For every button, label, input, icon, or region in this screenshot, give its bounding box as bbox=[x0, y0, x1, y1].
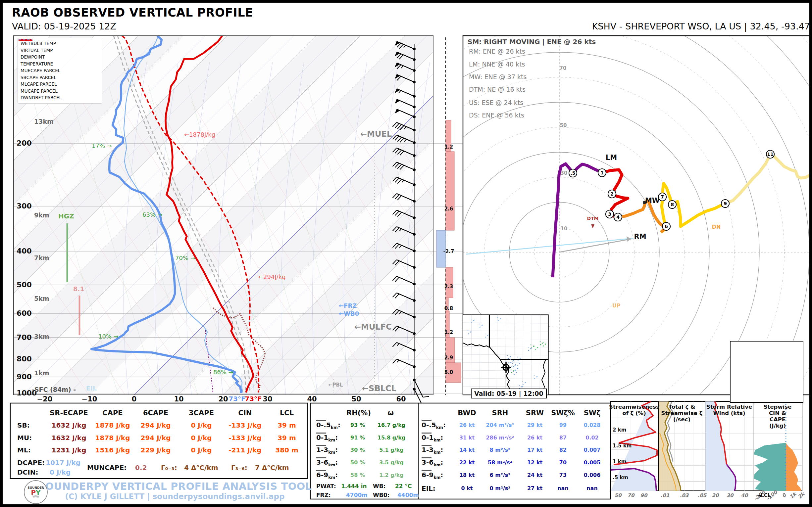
annotation-hgz: HGZ bbox=[58, 213, 74, 220]
rh-value: 58 % bbox=[350, 472, 365, 478]
thermo-header: 6CAPE bbox=[143, 409, 168, 417]
temp-tick: 20 bbox=[218, 395, 228, 403]
storm-motion-row: LM: NNE @ 40 kts bbox=[469, 61, 525, 68]
mini-tick: .03 bbox=[680, 493, 689, 498]
thermo-value: -133 J/kg bbox=[229, 435, 261, 442]
shear-value: 0 m²/s² bbox=[490, 486, 511, 492]
legend-item: SBCAPE PARCEL bbox=[20, 74, 99, 81]
legend-label: TEMPERATURE bbox=[20, 61, 53, 66]
shear-value: 24 kt bbox=[527, 472, 543, 478]
storm-motion-row: DS: ENE @ 56 kts bbox=[469, 112, 524, 119]
mini-panel-title: Streamwiseness of ζ (%) bbox=[609, 404, 659, 416]
omega-value: 2.9 bbox=[444, 355, 453, 361]
shear-value: 0.006 bbox=[584, 472, 601, 478]
rh-row-label: 0-1km: bbox=[316, 434, 338, 443]
height-label: 13km bbox=[34, 118, 54, 125]
thermo-value: 1632 J/kg bbox=[52, 435, 87, 442]
mini-panel-title: Stepwise CIN & CAPE (J/kg) bbox=[762, 404, 794, 429]
annotation-sblcl: ←SBLCL bbox=[362, 385, 396, 393]
pressure-tick: 300 bbox=[16, 202, 32, 210]
wb-label: WB: bbox=[373, 484, 386, 490]
mixing-ratio-value: 3.5 g/kg bbox=[379, 460, 403, 466]
temp-tick: −10 bbox=[82, 395, 97, 403]
frz-label: FRZ: bbox=[316, 493, 331, 498]
shear-row-label: EIL: bbox=[421, 485, 436, 492]
surface-dewpoint-f: 73°F bbox=[229, 395, 246, 402]
mixing-ratio-value: 15.8 g/kg bbox=[377, 435, 405, 441]
temp-tick: 40 bbox=[307, 395, 317, 403]
temp-tick: 50 bbox=[351, 395, 361, 403]
station-info: KSHV - SHREVEPORT WSO, LA US | 32.45, -9… bbox=[592, 22, 810, 31]
lapse03-label: Γ₀₋₃: bbox=[161, 464, 177, 471]
shear-header: SRH bbox=[492, 409, 508, 417]
shear-row-label: 3-6km: bbox=[421, 458, 443, 467]
wb0-value: 4400m bbox=[397, 493, 419, 498]
shear-value: 17 kt bbox=[527, 447, 543, 453]
legend-label: MUECAPE PARCEL bbox=[20, 68, 60, 73]
mini-tick: 50 bbox=[615, 493, 622, 498]
mini-tick: 70 bbox=[627, 493, 635, 498]
thermo-value: 1878 J/kg bbox=[95, 422, 130, 429]
shear-header: SWζ bbox=[584, 409, 601, 417]
pressure-tick: 500 bbox=[16, 281, 32, 289]
height-label: 1km bbox=[34, 370, 49, 377]
thermo-value: 39 m bbox=[277, 422, 296, 429]
map-valid-box: Valid: 05-19 | 12:00 bbox=[471, 389, 547, 398]
thermo-value: 0 J/kg bbox=[191, 447, 212, 454]
rm-label: RM bbox=[634, 233, 646, 240]
thermo-value: 380 m bbox=[275, 447, 298, 454]
shear-value: nan bbox=[557, 486, 569, 492]
annotation-rh63: 63% → bbox=[142, 212, 163, 218]
shear-value: 0.02 bbox=[586, 435, 598, 441]
shear-row-label: 1-3km: bbox=[421, 446, 443, 455]
shear-value: 0.005 bbox=[584, 460, 601, 466]
omega-value: 1.2 bbox=[444, 330, 453, 335]
storm-motion-row: MW: ENE @ 37 kts bbox=[469, 74, 526, 80]
sounderpy-figure: RAOB OBSERVED VERTICAL PROFILE VALID: 05… bbox=[0, 0, 812, 507]
lapse03-value: 4 Δ°C/km bbox=[184, 464, 218, 471]
omega-value: 2.6 bbox=[444, 207, 453, 212]
lcl-note: ◄LCL bbox=[757, 493, 771, 498]
hodo-point-11: 11 bbox=[767, 152, 773, 157]
rh-row-label: 0-.5km: bbox=[316, 421, 341, 430]
shear-value: 0.007 bbox=[584, 447, 601, 453]
hodo-point-6: 6 bbox=[665, 224, 668, 229]
mini-height-label: 1 km bbox=[613, 459, 626, 465]
mixing-ratio-value: 1.2 g/kg bbox=[379, 472, 403, 478]
shear-row-label: 0-.5km: bbox=[421, 421, 446, 430]
shear-value: 0.028 bbox=[584, 422, 601, 428]
ring-label: 50 bbox=[560, 123, 567, 128]
skewt-legend: WETBULB TEMPVIRTUAL TEMPDEWPOINTTEMPERAT… bbox=[17, 38, 102, 104]
thermo-row-label: MU: bbox=[17, 435, 32, 442]
thermo-row-label: ML: bbox=[17, 447, 31, 454]
up-label: UP bbox=[612, 303, 621, 309]
mini-tick: .01 bbox=[661, 493, 670, 498]
dcape-value: 1017 J/kg bbox=[46, 459, 81, 466]
mini-height-label: 1.5 km bbox=[613, 444, 631, 449]
mini-tick: 90 bbox=[641, 493, 647, 498]
hodo-point-4: 4 bbox=[616, 215, 620, 220]
shear-value: 82 bbox=[559, 447, 567, 453]
pressure-tick: 200 bbox=[16, 139, 32, 147]
mixing-ratio-value: 5.1 g/kg bbox=[379, 447, 403, 453]
storm-motion-row: US: ESE @ 24 kts bbox=[469, 100, 523, 106]
dn-label: DN bbox=[712, 224, 721, 230]
hodo-point-.5: .5 bbox=[570, 170, 575, 176]
shear-value: 12 kt bbox=[527, 460, 543, 466]
ring-label: 70 bbox=[560, 66, 567, 71]
muncape-label: MUNCAPE: bbox=[87, 464, 126, 471]
lm-label: LM bbox=[606, 154, 617, 161]
rh-row-label: 1-3km: bbox=[316, 446, 338, 455]
legend-item: MUCAPE PARCEL bbox=[20, 88, 99, 95]
shear-value: 70 bbox=[559, 460, 567, 466]
omega-panel bbox=[437, 38, 461, 395]
mini-tick: 30 bbox=[726, 493, 733, 498]
shear-header: SWζ% bbox=[551, 409, 575, 417]
shear-value: 31 kt bbox=[459, 435, 474, 441]
shear-value: 8 m²/s² bbox=[490, 447, 511, 453]
pressure-tick: 400 bbox=[16, 247, 32, 255]
legend-label: DWNDRFT PARCEL bbox=[20, 95, 62, 100]
shear-value: 6 m²/s² bbox=[490, 472, 511, 478]
dcin-value: 0 J/kg bbox=[50, 469, 70, 476]
annotation-wb0: ←WB0 bbox=[339, 311, 359, 317]
